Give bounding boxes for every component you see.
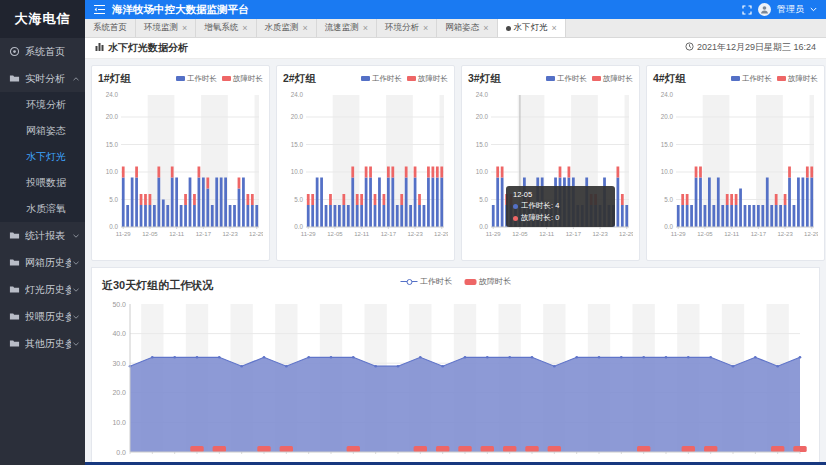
tab-增氧系统[interactable]: 增氧系统× bbox=[196, 19, 256, 37]
topbar: 海洋牧场中控大数据监测平台 管理员 bbox=[85, 0, 826, 19]
sidebar-item-其他历史参数[interactable]: 其他历史参数 bbox=[0, 330, 85, 357]
fullscreen-icon[interactable] bbox=[742, 5, 752, 15]
user-menu-caret-icon[interactable] bbox=[810, 7, 817, 12]
bar-chart-canvas: 0.05.010.015.020.024.011-2912-0512-1112-… bbox=[653, 88, 818, 248]
legend-item-fault[interactable]: 故障时长 bbox=[222, 74, 263, 84]
trend-card: 近30天灯组的工作状况 工作时长 故障时长 0.010.020.030.040.… bbox=[91, 267, 820, 465]
tab-水质监测[interactable]: 水质监测× bbox=[257, 19, 317, 37]
chevron-down-icon bbox=[72, 286, 80, 294]
fault-swatch-icon bbox=[222, 76, 231, 81]
tab-流速监测[interactable]: 流速监测× bbox=[317, 19, 377, 37]
sidebar-item-label: 其他历史参数 bbox=[25, 337, 71, 351]
tab-系统首页[interactable]: 系统首页 bbox=[85, 19, 136, 37]
legend-item-work[interactable]: 工作时长 bbox=[731, 74, 772, 84]
tab-close-icon[interactable]: × bbox=[423, 24, 428, 33]
brand-logo: 大海电信 bbox=[0, 0, 85, 38]
user-name[interactable]: 管理员 bbox=[777, 3, 804, 16]
work-swatch-icon bbox=[176, 76, 185, 81]
sidebar: 大海电信 系统首页实时分析环境分析网箱姿态水下灯光投喂数据水质溶氧统计报表网箱历… bbox=[0, 0, 85, 465]
sidebar-subitem-水下灯光[interactable]: 水下灯光 bbox=[0, 144, 85, 170]
svg-text:0.0: 0.0 bbox=[664, 223, 673, 230]
tab-close-icon[interactable]: × bbox=[182, 24, 187, 33]
svg-text:12-17: 12-17 bbox=[381, 231, 397, 237]
sidebar-submenu: 环境分析网箱姿态水下灯光投喂数据水质溶氧 bbox=[0, 92, 85, 222]
sidebar-subitem-环境分析[interactable]: 环境分析 bbox=[0, 92, 85, 118]
app-title: 海洋牧场中控大数据监测平台 bbox=[112, 3, 249, 17]
line-marker-icon bbox=[400, 278, 417, 285]
svg-text:10.0: 10.0 bbox=[112, 419, 126, 426]
light-group-card-3: 3#灯组工作时长故障时长0.05.010.015.020.024.011-291… bbox=[461, 65, 640, 261]
fault-swatch-icon bbox=[777, 76, 786, 81]
sidebar-item-灯光历史参数[interactable]: 灯光历史参数 bbox=[0, 276, 85, 303]
sidebar-item-label: 灯光历史参数 bbox=[25, 283, 71, 297]
svg-text:11-29: 11-29 bbox=[116, 231, 132, 237]
svg-text:12-11: 12-11 bbox=[169, 231, 185, 237]
bar-chart-canvas: 0.05.010.015.020.024.011-2912-0512-1112-… bbox=[283, 88, 448, 248]
trend-legend: 工作时长 故障时长 bbox=[400, 276, 511, 287]
chevron-down-icon bbox=[72, 259, 80, 267]
folder-icon bbox=[9, 311, 20, 322]
folder-icon bbox=[9, 73, 20, 84]
sidebar-subitem-网箱姿态[interactable]: 网箱姿态 bbox=[0, 118, 85, 144]
sidebar-item-label: 统计报表 bbox=[25, 229, 71, 243]
svg-text:12-23: 12-23 bbox=[407, 231, 423, 237]
svg-text:12-23: 12-23 bbox=[222, 231, 238, 237]
user-avatar[interactable] bbox=[758, 3, 771, 16]
sidebar-item-实时分析[interactable]: 实时分析 bbox=[0, 65, 85, 92]
tab-label: 水下灯光 bbox=[514, 22, 548, 34]
legend-item-fault[interactable]: 故障时长 bbox=[407, 74, 448, 84]
svg-text:5.0: 5.0 bbox=[294, 196, 303, 203]
chevron-down-icon bbox=[72, 232, 80, 240]
tab-close-icon[interactable]: × bbox=[363, 24, 368, 33]
svg-text:0.0: 0.0 bbox=[479, 223, 488, 230]
work-swatch-icon bbox=[731, 76, 740, 81]
tab-close-icon[interactable]: × bbox=[552, 24, 557, 33]
chevron-up-icon bbox=[72, 75, 80, 83]
folder-icon bbox=[9, 338, 20, 349]
collapse-menu-icon[interactable] bbox=[94, 4, 105, 15]
tab-close-icon[interactable]: × bbox=[303, 24, 308, 33]
legend-item-work[interactable]: 工作时长 bbox=[361, 74, 402, 84]
datetime-label: 2021年12月29日星期三 16:24 bbox=[697, 41, 816, 54]
sidebar-item-系统首页[interactable]: 系统首页 bbox=[0, 38, 85, 65]
svg-text:30.0: 30.0 bbox=[112, 360, 126, 367]
svg-text:10.0: 10.0 bbox=[476, 168, 489, 175]
sidebar-item-统计报表[interactable]: 统计报表 bbox=[0, 222, 85, 249]
svg-text:5.0: 5.0 bbox=[109, 196, 118, 203]
trend-chart: 0.010.020.030.040.050.0 bbox=[102, 292, 809, 465]
svg-text:11-29: 11-29 bbox=[486, 231, 502, 237]
legend-item-work[interactable]: 工作时长 bbox=[546, 74, 587, 84]
svg-text:50.0: 50.0 bbox=[112, 301, 126, 308]
legend-item-fault[interactable]: 故障时长 bbox=[464, 276, 511, 287]
dashboard-icon bbox=[9, 46, 20, 57]
svg-text:15.0: 15.0 bbox=[476, 141, 489, 148]
svg-text:24.0: 24.0 bbox=[661, 91, 674, 98]
tab-close-icon[interactable]: × bbox=[483, 24, 488, 33]
tab-close-icon[interactable]: × bbox=[242, 24, 247, 33]
light-group-card-1: 1#灯组工作时长故障时长0.05.010.015.020.024.011-291… bbox=[91, 65, 270, 261]
svg-text:24.0: 24.0 bbox=[291, 91, 304, 98]
legend-item-work[interactable]: 工作时长 bbox=[400, 276, 452, 287]
svg-text:12-17: 12-17 bbox=[196, 231, 212, 237]
legend-item-fault[interactable]: 故障时长 bbox=[777, 74, 818, 84]
legend-item-fault[interactable]: 故障时长 bbox=[592, 74, 633, 84]
legend-work-label: 工作时长 bbox=[420, 276, 452, 287]
tab-label: 环境分析 bbox=[385, 22, 419, 34]
tab-水下灯光[interactable]: 水下灯光× bbox=[498, 19, 566, 37]
svg-text:10.0: 10.0 bbox=[291, 168, 304, 175]
sidebar-item-网箱历史参数[interactable]: 网箱历史参数 bbox=[0, 249, 85, 276]
sidebar-item-投喂历史参数[interactable]: 投喂历史参数 bbox=[0, 303, 85, 330]
work-swatch-icon bbox=[546, 76, 555, 81]
tab-环境分析[interactable]: 环境分析× bbox=[377, 19, 437, 37]
svg-text:15.0: 15.0 bbox=[291, 141, 304, 148]
sidebar-subitem-投喂数据[interactable]: 投喂数据 bbox=[0, 170, 85, 196]
svg-text:12-11: 12-11 bbox=[724, 231, 740, 237]
fault-swatch-icon bbox=[592, 76, 601, 81]
svg-text:10.0: 10.0 bbox=[106, 168, 119, 175]
tab-网箱姿态[interactable]: 网箱姿态× bbox=[437, 19, 497, 37]
sidebar-subitem-水质溶氧[interactable]: 水质溶氧 bbox=[0, 196, 85, 222]
svg-text:12-05: 12-05 bbox=[512, 231, 528, 237]
chart-title: 1#灯组 bbox=[98, 72, 131, 86]
tab-环境监测[interactable]: 环境监测× bbox=[136, 19, 196, 37]
legend-item-work[interactable]: 工作时长 bbox=[176, 74, 217, 84]
